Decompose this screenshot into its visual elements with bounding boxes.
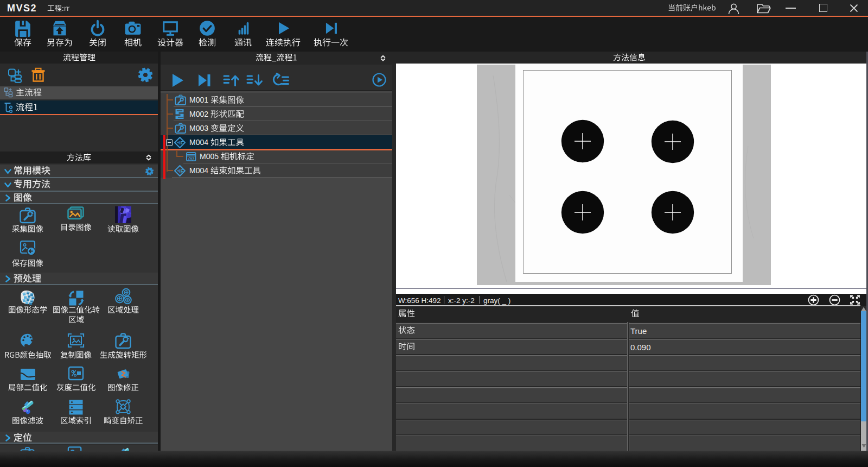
svg-text:IF: IF (179, 140, 184, 146)
svg-text:IF: IF (179, 168, 184, 174)
svg-text:(x): (x) (188, 156, 194, 161)
